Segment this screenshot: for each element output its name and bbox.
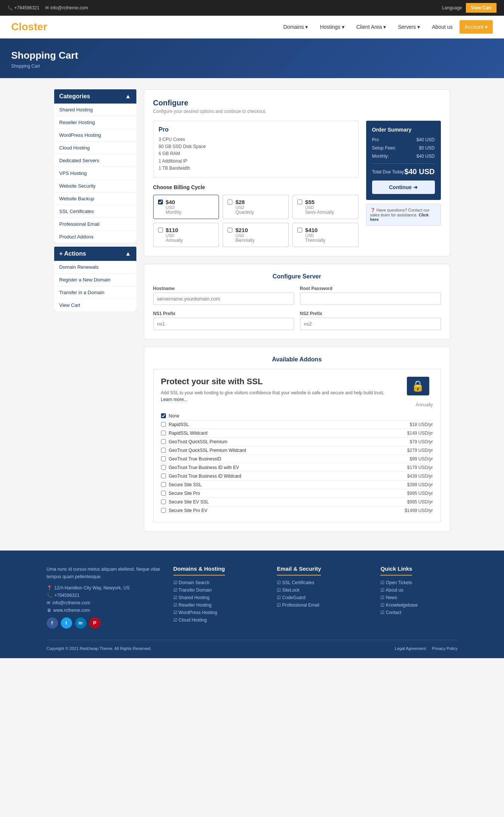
view-cart-button[interactable]: View Cart <box>466 3 497 13</box>
legal-agreement-link[interactable]: Legal Agreement <box>395 646 426 651</box>
sidebar-item-vps-hosting[interactable]: VPS Hosting <box>54 167 136 180</box>
footer-link-wordpress-hosting[interactable]: WordPress Hosting <box>173 610 266 615</box>
root-password-input[interactable] <box>300 293 441 305</box>
footer-link-reseller-hosting[interactable]: Reseller Hosting <box>173 602 266 608</box>
sidebar-item-wordpress-hosting[interactable]: WordPress Hosting <box>54 129 136 142</box>
ssl-checkbox-rapidssl-wildcard[interactable] <box>161 431 166 435</box>
billing-option-biennially[interactable]: $210 USD Biennially <box>223 223 289 247</box>
hostname-group: Hostname <box>153 286 294 305</box>
footer-bottom: Copyright © 2021 Redcheap Theme. All Rig… <box>47 640 458 651</box>
product-specs: 3 CPU Cores80 GB SSD Disk Space6 GB RAM1… <box>159 136 353 172</box>
billing-checkbox-annually[interactable] <box>158 228 163 232</box>
footer-link-sitelock[interactable]: SiteLock <box>277 588 369 593</box>
ssl-checkbox-geotrust-quickssl-premium-wildcard[interactable] <box>161 448 166 453</box>
logo[interactable]: Closter <box>11 21 47 33</box>
sidebar-item-website-security[interactable]: Website Security <box>54 180 136 192</box>
ssl-checkbox-geotrust-true-business-wildcard[interactable] <box>161 474 166 478</box>
billing-option-monthly[interactable]: $40 USD Monthly <box>153 195 219 219</box>
facebook-icon[interactable]: f <box>47 617 58 629</box>
sidebar-item-cloud-hosting[interactable]: Cloud Hosting <box>54 142 136 154</box>
sidebar-action-domain-renewals[interactable]: Domain Renewals <box>54 261 136 274</box>
actions-toggle-icon[interactable]: ▲ <box>125 250 131 257</box>
footer-link-open-tickets[interactable]: Open Tickets <box>380 580 457 585</box>
ssl-checkbox-geotrust-true-businessid[interactable] <box>161 456 166 461</box>
nav-client-area[interactable]: Client Area ▾ <box>351 20 391 34</box>
ns1-input[interactable] <box>153 318 294 330</box>
ssl-checkbox-secure-site-pro[interactable] <box>161 491 166 496</box>
linkedin-icon[interactable]: in <box>75 617 86 629</box>
ssl-checkbox-geotrust-quickssl-premium[interactable] <box>161 439 166 444</box>
footer-link-transfer-domain[interactable]: Transfer Domain <box>173 588 266 593</box>
footer-email-title: Email & Security <box>277 565 321 576</box>
billing-option-semi-annually[interactable]: $55 USD Semi-Annually <box>293 195 359 219</box>
footer-phone: 📞 +784596321 <box>47 593 162 598</box>
nav-account[interactable]: Account ▾ <box>460 20 493 34</box>
footer-link-contact[interactable]: Contact <box>380 610 457 615</box>
sidebar-action-transfer-domain[interactable]: Transfer in a Domain <box>54 286 136 299</box>
nav-domains[interactable]: Domains ▾ <box>278 20 313 34</box>
footer-link-about-us[interactable]: About us <box>380 588 457 593</box>
ssl-option-geotrust-true-business-ev: GeoTrust True Business ID with EV $179 U… <box>161 463 433 472</box>
ssl-checkbox-rapidssl[interactable] <box>161 422 166 427</box>
footer-link-codeguard[interactable]: CodeGuard <box>277 595 369 600</box>
sidebar-item-website-backup[interactable]: Website Backup <box>54 192 136 205</box>
ssl-checkbox-secure-site-pro-ev[interactable] <box>161 508 166 513</box>
actions-section: + Actions ▲ Domain Renewals Register a N… <box>54 247 136 311</box>
billing-option-triennially[interactable]: $410 USD Triennially <box>293 223 359 247</box>
top-bar-right: Language View Cart <box>442 3 497 13</box>
content-area: Configure Configure your desired options… <box>144 89 450 539</box>
billing-checkbox-semi-annually[interactable] <box>297 200 302 204</box>
billing-option-annually[interactable]: $110 USD Annually <box>153 223 219 247</box>
configure-layout: Pro 3 CPU Cores80 GB SSD Disk Space6 GB … <box>153 121 441 247</box>
footer-link-professional-email[interactable]: Professional Email <box>277 602 369 608</box>
sidebar-action-view-cart[interactable]: View Cart <box>54 299 136 311</box>
ssl-checkbox-none[interactable] <box>161 413 166 418</box>
ssl-learn-more-link[interactable]: Learn more... <box>161 397 188 402</box>
footer-link-ssl-certs[interactable]: SSL Certificates <box>277 580 369 585</box>
sidebar: Categories ▲ Shared Hosting Reseller Hos… <box>54 89 136 539</box>
sidebar-item-shared-hosting[interactable]: Shared Hosting <box>54 104 136 116</box>
ns2-group: NS2 Prefix <box>300 311 441 330</box>
footer-link-knowledgebase[interactable]: Knowledgebase <box>380 602 457 608</box>
nav-about[interactable]: About us <box>427 20 458 34</box>
main-nav: Domains ▾ Hostings ▾ Client Area ▾ Serve… <box>278 20 493 34</box>
ssl-option-geotrust-true-business-wildcard: GeoTrust True Business ID Wildcard $439 … <box>161 472 433 481</box>
ssl-checkbox-secure-site-ssl[interactable] <box>161 482 166 487</box>
billing-checkbox-monthly[interactable] <box>158 200 163 204</box>
sidebar-item-product-addons[interactable]: Product Addons <box>54 231 136 243</box>
footer-link-shared-hosting[interactable]: Shared Hosting <box>173 595 266 600</box>
pinterest-icon[interactable]: P <box>89 617 101 629</box>
footer-domains-col: Domains & Hosting Domain Search Transfer… <box>173 565 266 629</box>
ssl-checkbox-geotrust-true-business-ev[interactable] <box>161 465 166 470</box>
footer-link-news[interactable]: News <box>380 595 457 600</box>
nav-servers[interactable]: Servers ▾ <box>393 20 425 34</box>
ns2-input[interactable] <box>300 318 441 330</box>
billing-option-quarterly[interactable]: $28 USD Quarterly <box>223 195 289 219</box>
sidebar-item-professional-email[interactable]: Professional Email <box>54 218 136 231</box>
summary-row-pro: Pro $40 USD <box>372 137 435 142</box>
phone-contact: 📞 +784596321 <box>7 5 39 10</box>
twitter-icon[interactable]: t <box>61 617 72 629</box>
billing-checkbox-biennially[interactable] <box>228 228 232 232</box>
hostname-input[interactable] <box>153 293 294 305</box>
billing-checkbox-triennially[interactable] <box>297 228 302 232</box>
header: Closter Domains ▾ Hostings ▾ Client Area… <box>0 16 504 38</box>
top-bar: 📞 +784596321 ✉ info@rctheme.com Language… <box>0 0 504 16</box>
ns1-label: NS1 Prefix <box>153 311 294 316</box>
help-icon: ❓ <box>370 208 375 212</box>
ssl-option-geotrust-quickssl-premium-wildcard: GeoTrust QuickSSL Premium Wildcard $279 … <box>161 446 433 455</box>
sidebar-action-register-domain[interactable]: Register a New Domain <box>54 274 136 286</box>
continue-button[interactable]: Continue ➜ <box>372 181 435 194</box>
footer-link-domain-search[interactable]: Domain Search <box>173 580 266 585</box>
footer-link-cloud-hosting[interactable]: Cloud Hosting <box>173 617 266 623</box>
nav-hostings[interactable]: Hostings ▾ <box>315 20 349 34</box>
footer-bottom-links: Legal Agreement Privacy Policy <box>395 646 458 651</box>
ssl-checkbox-secure-site-ev-ssl[interactable] <box>161 499 166 504</box>
sidebar-item-reseller-hosting[interactable]: Reseller Hosting <box>54 116 136 129</box>
categories-toggle-icon[interactable]: ▲ <box>125 93 131 100</box>
billing-checkbox-quarterly[interactable] <box>228 200 232 204</box>
product-name: Pro <box>159 126 353 133</box>
sidebar-item-dedicated-servers[interactable]: Dedicated Servers <box>54 154 136 167</box>
sidebar-item-ssl-certificates[interactable]: SSL Certificates <box>54 205 136 218</box>
privacy-policy-link[interactable]: Privacy Policy <box>432 646 457 651</box>
